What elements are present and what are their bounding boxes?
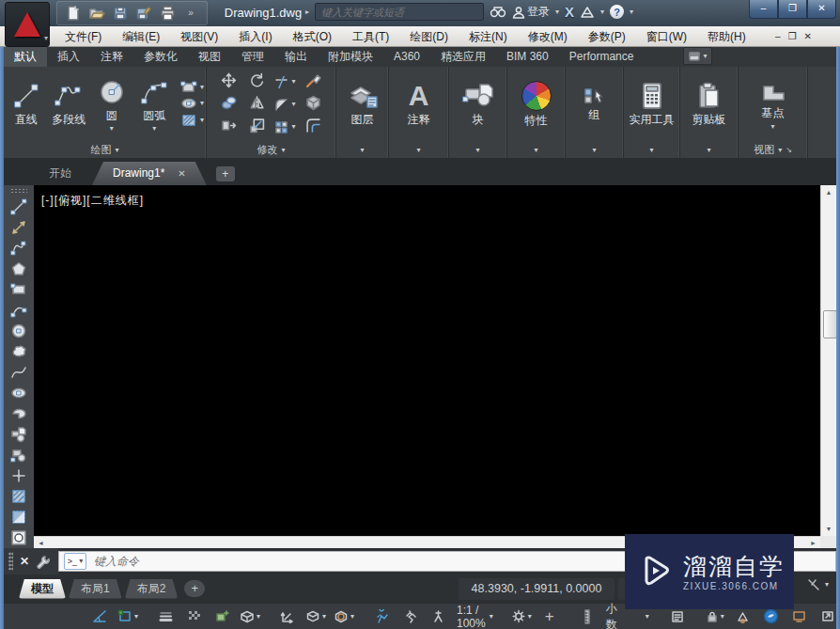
help-search-input[interactable] xyxy=(315,3,484,21)
gradient-tool-icon[interactable] xyxy=(7,507,31,527)
rectangle-button[interactable]: ▾ xyxy=(180,81,204,94)
search-binoculars-icon[interactable] xyxy=(490,5,506,19)
insert-block-tool-icon[interactable] xyxy=(7,424,31,445)
draw-panel-footer[interactable]: 绘图▾ xyxy=(4,142,206,158)
workspace-gear-icon[interactable]: ▾ xyxy=(508,605,535,628)
circle-tool-icon[interactable] xyxy=(7,321,31,341)
menu-item-view[interactable]: 视图(V) xyxy=(170,26,228,47)
modify-panel-footer[interactable]: 修改▾ xyxy=(207,142,335,158)
menu-item-dimension[interactable]: 标注(N) xyxy=(459,26,518,47)
new-drawing-tab-button[interactable]: + xyxy=(216,166,235,181)
arc-tool-icon[interactable] xyxy=(7,300,31,321)
stretch-button[interactable] xyxy=(221,118,237,137)
line-button[interactable]: 直线 xyxy=(6,81,47,128)
open-folder-icon[interactable] xyxy=(86,4,107,23)
basepoint-button[interactable]: 基点 ▾ xyxy=(739,67,807,142)
polar-tracking-icon[interactable] xyxy=(86,605,113,628)
panel-launcher-icon[interactable]: ↘ xyxy=(786,147,792,154)
gizmo-icon[interactable]: ▾ xyxy=(331,605,357,628)
properties-button[interactable]: 特性 xyxy=(507,67,565,142)
menu-item-edit[interactable]: 编辑(E) xyxy=(112,26,170,47)
ellipse-button[interactable]: ▾ xyxy=(180,97,204,110)
menu-item-modify[interactable]: 修改(M) xyxy=(518,26,578,47)
ribbon-tab-addins[interactable]: 附加模块 xyxy=(318,47,383,67)
ribbon-tab-insert[interactable]: 插入 xyxy=(47,47,90,67)
erase-button[interactable] xyxy=(305,72,321,92)
signin-button[interactable]: 登录 xyxy=(512,4,550,20)
basepoint-dropdown-icon[interactable]: ▾ xyxy=(770,123,774,131)
scroll-right-icon[interactable]: ► xyxy=(806,537,820,549)
tab-close-icon[interactable]: ✕ xyxy=(178,162,185,185)
polyline-button[interactable]: 多段线 xyxy=(49,81,90,128)
close-button[interactable]: ✕ xyxy=(807,0,836,19)
groups-panel-footer[interactable]: ▾ xyxy=(566,142,623,158)
ribbon-tab-parametric[interactable]: 参数化 xyxy=(133,47,188,67)
group-button[interactable]: 组 xyxy=(566,67,623,142)
region-tool-icon[interactable] xyxy=(7,527,31,548)
doc-close-icon[interactable]: ✕ xyxy=(804,31,812,41)
ribbon-tab-manage[interactable]: 管理 xyxy=(231,47,274,67)
plot-icon[interactable] xyxy=(157,4,178,23)
rotate-button[interactable] xyxy=(249,72,265,92)
ribbon-minimize-button[interactable]: ▾ xyxy=(683,47,712,65)
trim-button[interactable]: ▾ xyxy=(274,75,295,89)
application-menu-button[interactable]: ▾ xyxy=(5,2,50,47)
scroll-up-icon[interactable]: ▲ xyxy=(821,185,836,199)
doc-minimize-icon[interactable]: – xyxy=(775,31,781,41)
save-as-icon[interactable] xyxy=(133,4,154,23)
viewport-controls-label[interactable]: [-][俯视][二维线框] xyxy=(41,193,144,209)
array-button[interactable]: ▾ xyxy=(274,120,295,134)
help-dropdown-icon[interactable]: ▾ xyxy=(630,8,633,16)
new-file-icon[interactable] xyxy=(63,4,84,23)
clipboard-panel-footer[interactable]: ▾ xyxy=(680,142,738,158)
block-panel-footer[interactable]: ▾ xyxy=(449,142,506,158)
save-icon[interactable] xyxy=(110,4,131,23)
menu-item-draw[interactable]: 绘图(D) xyxy=(399,26,459,47)
polyline-tool-icon[interactable] xyxy=(7,238,31,259)
a360-dropdown-icon[interactable]: ▾ xyxy=(600,8,604,16)
ellipse-tool-icon[interactable] xyxy=(7,383,31,403)
move-button[interactable] xyxy=(221,72,237,92)
rectangle-tool-icon[interactable] xyxy=(7,279,31,300)
scroll-down-icon[interactable]: ▼ xyxy=(821,522,836,536)
layer-properties-button[interactable]: 图层 xyxy=(336,67,388,142)
ribbon-tab-output[interactable]: 输出 xyxy=(274,47,318,67)
explode-button[interactable] xyxy=(305,95,321,115)
menu-item-window[interactable]: 窗口(W) xyxy=(636,26,697,47)
menu-item-help[interactable]: 帮助(H) xyxy=(697,26,756,47)
ellipse-arc-tool-icon[interactable] xyxy=(7,403,31,424)
menu-item-parametric[interactable]: 参数(P) xyxy=(578,26,636,47)
ucs-cube-icon[interactable]: ▾ xyxy=(303,605,329,628)
ribbon-tab-bim360[interactable]: BIM 360 xyxy=(496,47,559,67)
properties-panel-footer[interactable]: ▾ xyxy=(507,142,565,158)
circle-dropdown-icon[interactable]: ▾ xyxy=(110,125,114,133)
command-prompt-icon[interactable]: >_▾ xyxy=(64,553,86,570)
point-tool-icon[interactable] xyxy=(7,465,31,486)
mirror-button[interactable] xyxy=(249,95,265,115)
ribbon-tab-annotate[interactable]: 注释 xyxy=(90,47,133,67)
scale-button[interactable] xyxy=(249,118,265,137)
text-button[interactable]: A 注释 xyxy=(389,67,448,142)
layout1-tab[interactable]: 布局1 xyxy=(69,579,122,599)
layout2-tab[interactable]: 布局2 xyxy=(125,579,179,599)
menu-item-insert[interactable]: 插入(I) xyxy=(228,26,282,47)
utilities-panel-footer[interactable]: ▾ xyxy=(624,142,679,158)
annotation-autoscale-icon[interactable] xyxy=(397,605,423,628)
fillet-button[interactable]: ▾ xyxy=(274,98,295,112)
search-flyout-icon[interactable]: ▸ xyxy=(305,8,309,16)
create-block-tool-icon[interactable] xyxy=(7,445,31,465)
paste-button[interactable]: 剪贴板 xyxy=(680,67,738,142)
menu-item-file[interactable]: 文件(F) xyxy=(54,26,112,47)
signin-dropdown-icon[interactable]: ▾ xyxy=(555,8,559,16)
command-close-icon[interactable]: ✕ xyxy=(20,555,29,568)
circle-button[interactable]: 圆 ▾ xyxy=(91,77,132,133)
file-tab-drawing1[interactable]: Drawing1* ✕ xyxy=(92,162,207,185)
polygon-tool-icon[interactable] xyxy=(7,259,31,279)
vertical-scrollbar[interactable]: ▲ ▼ xyxy=(820,185,836,536)
dynamic-ucs-icon[interactable] xyxy=(274,605,301,628)
model-tab[interactable]: 模型 xyxy=(19,579,66,599)
vertical-scroll-thumb[interactable] xyxy=(823,310,837,338)
file-tab-start[interactable]: 开始 xyxy=(28,162,92,185)
ribbon-tab-featured-apps[interactable]: 精选应用 xyxy=(430,47,496,67)
exchange-apps-icon[interactable]: X xyxy=(565,4,574,20)
